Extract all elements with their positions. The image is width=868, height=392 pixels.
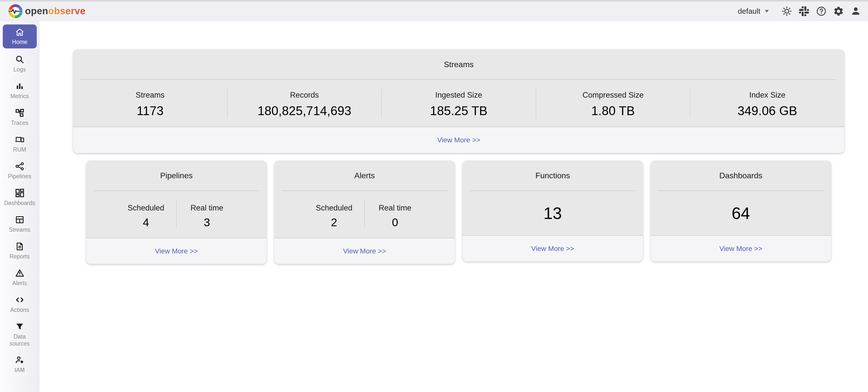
- chevron-down-icon: [764, 9, 769, 13]
- slack-icon[interactable]: [798, 5, 810, 17]
- table-icon: [15, 215, 25, 225]
- org-selector[interactable]: default: [738, 7, 769, 15]
- sidebar-item-traces[interactable]: Traces: [0, 104, 39, 131]
- profile-icon[interactable]: [850, 5, 862, 17]
- card-title: Functions: [463, 161, 643, 191]
- sidebar-item-dashboards[interactable]: Dashboards: [0, 184, 39, 211]
- stat-index-size: Index Size 349.06 GB: [690, 80, 844, 127]
- stat-compressed-size: Compressed Size 1.80 TB: [536, 80, 690, 127]
- functions-card: Functions 13 View More >>: [463, 161, 643, 261]
- warning-triangle-icon: [15, 268, 25, 278]
- functions-count: 13: [463, 191, 643, 235]
- view-more-link[interactable]: View More >>: [719, 245, 762, 253]
- card-footer: View More >>: [463, 235, 643, 261]
- light-mode-icon[interactable]: [781, 5, 793, 17]
- stat-ingested-size: Ingested Size 185.25 TB: [382, 80, 536, 127]
- stat-real-time: Real time 0: [365, 191, 425, 238]
- streams-summary-card: Streams Streams 1173 Records 180,825,714…: [73, 50, 844, 153]
- search-icon: [15, 55, 25, 64]
- stat-scheduled: Scheduled 2: [304, 191, 364, 238]
- sidebar-nav: Home Logs Metrics: [0, 21, 39, 392]
- view-more-link[interactable]: View More >>: [531, 245, 574, 253]
- stat-real-time: Real time 3: [177, 191, 237, 238]
- stat-streams: Streams 1173: [73, 80, 227, 127]
- card-title: Alerts: [274, 161, 455, 191]
- sidebar-item-data-sources[interactable]: Data sources: [0, 318, 39, 351]
- sidebar-item-iam[interactable]: IAM: [0, 351, 39, 378]
- org-selector-value: default: [738, 7, 760, 15]
- pipelines-card: Pipelines Scheduled 4 Real time 3 View M…: [86, 161, 267, 264]
- brand[interactable]: openobserve: [8, 4, 86, 18]
- sidebar-item-streams[interactable]: Streams: [0, 211, 39, 237]
- view-more-link[interactable]: View More >>: [343, 247, 386, 255]
- card-title: Dashboards: [651, 161, 831, 191]
- card-title: Pipelines: [86, 161, 267, 191]
- view-more-link[interactable]: View More >>: [155, 247, 198, 255]
- help-icon[interactable]: [815, 5, 827, 17]
- sidebar-item-pipelines[interactable]: Pipelines: [0, 157, 39, 184]
- sidebar-item-alerts[interactable]: Alerts: [0, 264, 39, 291]
- card-title: Streams: [73, 50, 844, 79]
- stat-records: Records 180,825,714,693: [228, 80, 381, 127]
- settings-icon[interactable]: [833, 5, 844, 17]
- report-document-icon: [15, 241, 25, 252]
- sidebar-item-label: Home: [12, 38, 27, 45]
- openobserve-logo-icon: [8, 4, 23, 18]
- view-more-link[interactable]: View More >>: [437, 136, 480, 144]
- app-header: openobserve default: [0, 1, 868, 21]
- card-footer: View More >>: [86, 238, 267, 264]
- code-brackets-icon: [15, 295, 25, 305]
- dashboard-grid-icon: [15, 188, 25, 198]
- sidebar-item-logs[interactable]: Logs: [0, 51, 39, 77]
- card-footer: View More >>: [651, 235, 831, 261]
- devices-icon: [15, 135, 25, 144]
- funnel-icon: [15, 322, 25, 332]
- sidebar-item-metrics[interactable]: Metrics: [0, 77, 39, 104]
- sidebar-item-rum[interactable]: RUM: [0, 131, 39, 157]
- sidebar-item-actions[interactable]: Actions: [0, 291, 39, 318]
- bar-chart-icon: [15, 81, 25, 91]
- sidebar-item-home[interactable]: Home: [3, 25, 37, 48]
- dashboards-card: Dashboards 64 View More >>: [651, 161, 831, 261]
- pipeline-share-icon: [15, 161, 25, 171]
- brand-wordmark: openobserve: [25, 6, 86, 17]
- user-gear-icon: [15, 355, 25, 365]
- alerts-card: Alerts Scheduled 2 Real time 0 View More…: [274, 161, 455, 264]
- home-icon: [15, 27, 25, 37]
- trace-tree-icon: [15, 108, 25, 118]
- card-footer: View More >>: [274, 238, 455, 264]
- sidebar-item-reports[interactable]: Reports: [0, 237, 39, 264]
- card-footer: View More >>: [73, 127, 844, 153]
- stat-scheduled: Scheduled 4: [116, 191, 176, 238]
- dashboards-count: 64: [651, 191, 831, 235]
